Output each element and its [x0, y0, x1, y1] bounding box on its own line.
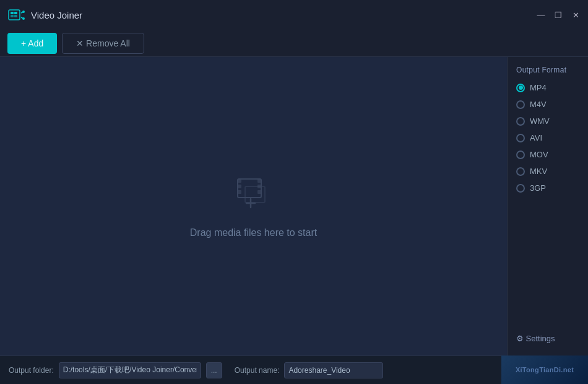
add-button[interactable]: + Add	[7, 33, 57, 54]
drop-area[interactable]: Drag media files here to start	[0, 57, 508, 356]
radio-mkv	[516, 167, 525, 176]
output-name-field: Output name:	[235, 362, 384, 378]
toolbar: + Add ✕ Remove All	[0, 30, 588, 57]
drop-text: Drag media files here to start	[190, 227, 317, 238]
format-label-mp4: MP4	[530, 83, 547, 92]
title-bar: Video Joiner — ❐ ✕	[0, 0, 588, 30]
bottom-bar: Output folder: ... Output name:	[0, 356, 588, 384]
radio-mp4	[516, 84, 525, 92]
svg-rect-3	[11, 15, 14, 17]
svg-rect-2	[14, 12, 17, 14]
svg-point-8	[22, 17, 25, 20]
format-label-m4v: M4V	[530, 100, 547, 109]
svg-rect-0	[9, 10, 20, 20]
svg-rect-12	[238, 190, 241, 194]
svg-rect-1	[11, 12, 14, 14]
format-options: MP4 M4V WMV AVI MOV	[516, 83, 579, 200]
main-area: Drag media files here to start Output Fo…	[0, 57, 588, 356]
format-option-m4v[interactable]: M4V	[516, 100, 579, 109]
watermark: XiTongTianDi.net	[501, 356, 588, 384]
output-format-label: Output Format	[516, 66, 579, 74]
svg-rect-10	[238, 179, 241, 183]
svg-rect-13	[257, 179, 261, 183]
folder-input[interactable]	[59, 362, 201, 378]
radio-avi	[516, 134, 525, 142]
close-button[interactable]: ✕	[568, 7, 583, 22]
radio-mov	[516, 151, 525, 159]
format-label-avi: AVI	[530, 133, 542, 142]
app-logo-icon	[7, 6, 25, 24]
format-option-wmv[interactable]: WMV	[516, 116, 579, 126]
format-option-3gp[interactable]: 3GP	[516, 183, 579, 193]
format-label-mkv: MKV	[530, 167, 547, 176]
radio-wmv	[516, 117, 525, 126]
drop-icon	[231, 174, 276, 216]
format-option-mp4[interactable]: MP4	[516, 83, 579, 92]
format-label-mov: MOV	[530, 150, 548, 159]
format-label-3gp: 3GP	[530, 183, 546, 193]
browse-folder-button[interactable]: ...	[206, 362, 222, 378]
output-folder-field: Output folder: ...	[9, 362, 222, 378]
format-label-wmv: WMV	[530, 116, 550, 126]
app-title: Video Joiner	[31, 10, 82, 20]
svg-rect-15	[257, 190, 261, 194]
format-option-mov[interactable]: MOV	[516, 150, 579, 159]
format-option-avi[interactable]: AVI	[516, 133, 579, 142]
minimize-button[interactable]: —	[534, 7, 548, 22]
svg-rect-11	[238, 185, 241, 188]
settings-button[interactable]: ⚙ Settings	[516, 330, 579, 347]
window-controls: — ❐ ✕	[534, 7, 583, 22]
radio-m4v	[516, 100, 525, 109]
maximize-button[interactable]: ❐	[551, 7, 566, 22]
svg-rect-4	[14, 15, 17, 17]
radio-3gp	[516, 184, 525, 193]
format-option-mkv[interactable]: MKV	[516, 167, 579, 176]
svg-rect-18	[245, 186, 265, 203]
folder-label: Output folder:	[9, 366, 54, 375]
right-panel: Output Format MP4 M4V WMV AVI	[508, 57, 588, 356]
name-label: Output name:	[235, 366, 280, 375]
remove-all-button[interactable]: ✕ Remove All	[62, 33, 144, 54]
svg-point-7	[22, 11, 25, 13]
name-input[interactable]	[284, 362, 383, 378]
